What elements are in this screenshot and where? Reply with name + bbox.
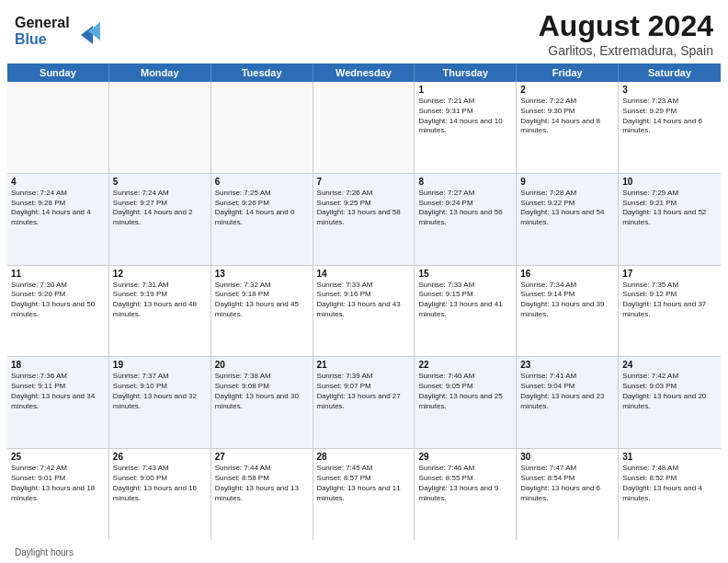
day-info: Sunrise: 7:42 AM Sunset: 9:03 PM Dayligh… [622,372,717,411]
day-number: 22 [418,360,512,370]
day-info: Sunrise: 7:21 AM Sunset: 9:31 PM Dayligh… [418,97,512,136]
day-cell-17: 17Sunrise: 7:35 AM Sunset: 9:12 PM Dayli… [619,266,721,357]
day-cell-11: 11Sunrise: 7:30 AM Sunset: 9:20 PM Dayli… [7,266,109,357]
day-info: Sunrise: 7:36 AM Sunset: 9:11 PM Dayligh… [11,372,105,411]
day-info: Sunrise: 7:38 AM Sunset: 9:08 PM Dayligh… [215,372,309,411]
day-number: 2 [520,85,614,95]
header-day-tuesday: Tuesday [211,63,313,82]
day-cell-22: 22Sunrise: 7:40 AM Sunset: 9:05 PM Dayli… [415,357,517,448]
day-info: Sunrise: 7:32 AM Sunset: 9:18 PM Dayligh… [215,281,309,320]
logo-text: General Blue [15,9,116,53]
calendar-header: SundayMondayTuesdayWednesdayThursdayFrid… [7,63,721,82]
day-number: 10 [622,177,717,187]
calendar-week-3: 11Sunrise: 7:30 AM Sunset: 9:20 PM Dayli… [7,266,721,358]
day-info: Sunrise: 7:26 AM Sunset: 9:25 PM Dayligh… [317,189,411,228]
day-info: Sunrise: 7:27 AM Sunset: 9:24 PM Dayligh… [418,189,512,228]
day-number: 6 [215,177,309,187]
day-info: Sunrise: 7:40 AM Sunset: 9:05 PM Dayligh… [418,372,512,411]
day-info: Sunrise: 7:48 AM Sunset: 8:52 PM Dayligh… [622,464,717,503]
day-number: 27 [215,452,309,462]
svg-text:General: General [15,15,70,30]
footer: Daylight hours [0,544,728,563]
day-number: 15 [418,269,512,279]
calendar-week-1: 1Sunrise: 7:21 AM Sunset: 9:31 PM Daylig… [7,82,721,174]
svg-text:Blue: Blue [15,31,47,47]
day-cell-27: 27Sunrise: 7:44 AM Sunset: 8:58 PM Dayli… [211,449,313,540]
calendar-body: 1Sunrise: 7:21 AM Sunset: 9:31 PM Daylig… [7,82,721,540]
day-info: Sunrise: 7:31 AM Sunset: 9:19 PM Dayligh… [113,281,207,320]
day-cell-18: 18Sunrise: 7:36 AM Sunset: 9:11 PM Dayli… [7,357,109,448]
day-cell-8: 8Sunrise: 7:27 AM Sunset: 9:24 PM Daylig… [415,174,517,265]
day-cell-26: 26Sunrise: 7:43 AM Sunset: 9:00 PM Dayli… [109,449,211,540]
day-number: 24 [622,360,717,370]
day-info: Sunrise: 7:37 AM Sunset: 9:10 PM Dayligh… [113,372,207,411]
day-cell-29: 29Sunrise: 7:46 AM Sunset: 8:55 PM Dayli… [415,449,517,540]
day-cell-24: 24Sunrise: 7:42 AM Sunset: 9:03 PM Dayli… [619,357,721,448]
header-day-saturday: Saturday [619,63,721,82]
day-info: Sunrise: 7:39 AM Sunset: 9:07 PM Dayligh… [317,372,411,411]
day-cell-30: 30Sunrise: 7:47 AM Sunset: 8:54 PM Dayli… [517,449,619,540]
header-day-friday: Friday [517,63,619,82]
empty-cell [211,82,313,173]
day-cell-5: 5Sunrise: 7:24 AM Sunset: 9:27 PM Daylig… [109,174,211,265]
day-number: 19 [113,360,207,370]
day-number: 5 [113,177,207,187]
title-block: August 2024 Garlitos, Extremadura, Spain [539,9,713,58]
day-info: Sunrise: 7:46 AM Sunset: 8:55 PM Dayligh… [418,464,512,503]
calendar: SundayMondayTuesdayWednesdayThursdayFrid… [0,63,728,544]
empty-cell [313,82,415,173]
footer-label: Daylight hours [15,547,74,557]
day-cell-23: 23Sunrise: 7:41 AM Sunset: 9:04 PM Dayli… [517,357,619,448]
day-cell-25: 25Sunrise: 7:42 AM Sunset: 9:01 PM Dayli… [7,449,109,540]
day-cell-21: 21Sunrise: 7:39 AM Sunset: 9:07 PM Dayli… [313,357,415,448]
day-number: 12 [113,269,207,279]
day-cell-10: 10Sunrise: 7:29 AM Sunset: 9:21 PM Dayli… [619,174,721,265]
day-info: Sunrise: 7:30 AM Sunset: 9:20 PM Dayligh… [11,281,105,320]
day-number: 11 [11,269,105,279]
day-cell-20: 20Sunrise: 7:38 AM Sunset: 9:08 PM Dayli… [211,357,313,448]
day-cell-1: 1Sunrise: 7:21 AM Sunset: 9:31 PM Daylig… [415,82,517,173]
svg-marker-2 [81,26,93,44]
day-number: 16 [520,269,614,279]
header: General Blue August 2024 Garlitos, Extre… [0,0,728,63]
day-info: Sunrise: 7:24 AM Sunset: 9:28 PM Dayligh… [11,189,105,228]
day-info: Sunrise: 7:47 AM Sunset: 8:54 PM Dayligh… [520,464,614,503]
header-day-wednesday: Wednesday [313,63,415,82]
header-day-monday: Monday [109,63,211,82]
day-number: 17 [622,269,717,279]
day-number: 29 [418,452,512,462]
day-number: 9 [520,177,614,187]
day-info: Sunrise: 7:45 AM Sunset: 8:57 PM Dayligh… [317,464,411,503]
empty-cell [7,82,109,173]
day-number: 8 [418,177,512,187]
day-cell-14: 14Sunrise: 7:33 AM Sunset: 9:16 PM Dayli… [313,266,415,357]
day-cell-15: 15Sunrise: 7:33 AM Sunset: 9:15 PM Dayli… [415,266,517,357]
day-number: 7 [317,177,411,187]
location-subtitle: Garlitos, Extremadura, Spain [539,43,713,58]
day-number: 23 [520,360,614,370]
empty-cell [109,82,211,173]
page: General Blue August 2024 Garlitos, Extre… [0,0,728,563]
day-cell-31: 31Sunrise: 7:48 AM Sunset: 8:52 PM Dayli… [619,449,721,540]
day-cell-7: 7Sunrise: 7:26 AM Sunset: 9:25 PM Daylig… [313,174,415,265]
day-cell-2: 2Sunrise: 7:22 AM Sunset: 9:30 PM Daylig… [517,82,619,173]
header-day-sunday: Sunday [7,63,109,82]
day-info: Sunrise: 7:43 AM Sunset: 9:00 PM Dayligh… [113,464,207,503]
day-info: Sunrise: 7:42 AM Sunset: 9:01 PM Dayligh… [11,464,105,503]
logo: General Blue [15,9,116,53]
day-cell-13: 13Sunrise: 7:32 AM Sunset: 9:18 PM Dayli… [211,266,313,357]
month-year-title: August 2024 [539,9,713,43]
day-number: 1 [418,85,512,95]
calendar-week-2: 4Sunrise: 7:24 AM Sunset: 9:28 PM Daylig… [7,174,721,266]
calendar-week-4: 18Sunrise: 7:36 AM Sunset: 9:11 PM Dayli… [7,357,721,449]
day-info: Sunrise: 7:33 AM Sunset: 9:15 PM Dayligh… [418,281,512,320]
day-info: Sunrise: 7:22 AM Sunset: 9:30 PM Dayligh… [520,97,614,136]
day-number: 13 [215,269,309,279]
day-number: 21 [317,360,411,370]
day-cell-19: 19Sunrise: 7:37 AM Sunset: 9:10 PM Dayli… [109,357,211,448]
header-day-thursday: Thursday [415,63,517,82]
day-info: Sunrise: 7:24 AM Sunset: 9:27 PM Dayligh… [113,189,207,228]
day-cell-9: 9Sunrise: 7:28 AM Sunset: 9:22 PM Daylig… [517,174,619,265]
day-number: 25 [11,452,105,462]
day-number: 3 [622,85,717,95]
